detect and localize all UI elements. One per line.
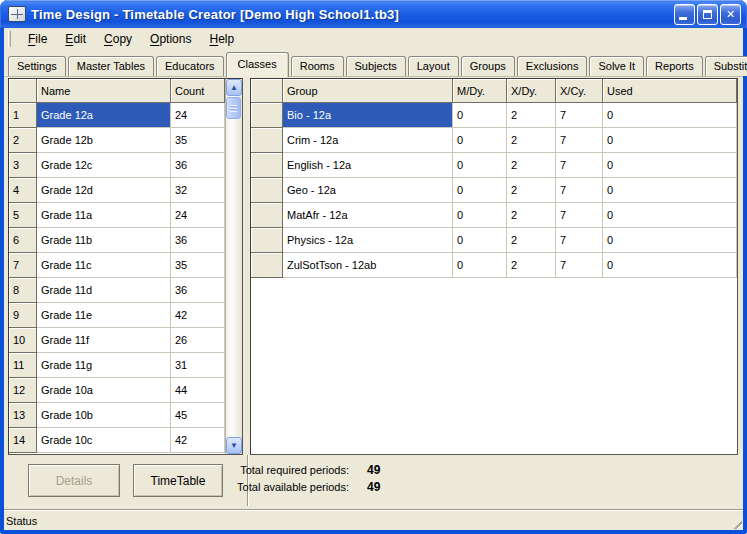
group-xcy-cell[interactable]: 7 [556, 178, 603, 203]
class-count-cell[interactable]: 36 [171, 278, 225, 303]
group-xcy-cell[interactable]: 7 [556, 253, 603, 278]
group-xdy-cell[interactable]: 2 [507, 103, 556, 128]
group-name-cell[interactable]: ZulSotTson - 12ab [283, 253, 453, 278]
class-count-cell[interactable]: 24 [171, 103, 225, 128]
group-xcy-cell[interactable]: 7 [556, 153, 603, 178]
group-used-cell[interactable]: 0 [603, 203, 737, 228]
tab-substitutions[interactable]: Substitutions [705, 56, 747, 76]
row-number-cell[interactable]: 8 [9, 278, 37, 303]
group-xdy-cell[interactable]: 2 [507, 128, 556, 153]
class-count-cell[interactable]: 24 [171, 203, 225, 228]
row-header-cell[interactable] [251, 203, 283, 228]
menu-item-help[interactable]: Help [200, 29, 243, 49]
class-name-cell[interactable]: Grade 12d [37, 178, 171, 203]
group-mdy-cell[interactable]: 0 [453, 203, 507, 228]
menu-item-copy[interactable]: Copy [95, 29, 141, 49]
row-header-cell[interactable] [251, 178, 283, 203]
timetable-button[interactable]: TimeTable [133, 464, 223, 497]
row-number-cell[interactable]: 14 [9, 428, 37, 453]
scrollbar-track[interactable] [226, 96, 242, 437]
menu-item-options[interactable]: Options [141, 29, 200, 49]
group-mdy-cell[interactable]: 0 [453, 128, 507, 153]
class-name-cell[interactable]: Grade 12a [37, 103, 171, 128]
group-xdy-cell[interactable]: 2 [507, 153, 556, 178]
tab-groups[interactable]: Groups [461, 56, 515, 76]
class-name-cell[interactable]: Grade 11f [37, 328, 171, 353]
row-header-cell[interactable] [251, 253, 283, 278]
group-mdy-cell[interactable]: 0 [453, 153, 507, 178]
group-xdy-cell[interactable]: 2 [507, 228, 556, 253]
class-name-cell[interactable]: Grade 11e [37, 303, 171, 328]
row-number-cell[interactable]: 1 [9, 103, 37, 128]
group-name-cell[interactable]: Crim - 12a [283, 128, 453, 153]
group-name-cell[interactable]: Geo - 12a [283, 178, 453, 203]
class-name-cell[interactable]: Grade 12c [37, 153, 171, 178]
group-name-cell[interactable]: Bio - 12a [283, 103, 453, 128]
row-number-cell[interactable]: 5 [9, 203, 37, 228]
class-count-cell[interactable]: 35 [171, 128, 225, 153]
group-xdy-cell[interactable]: 2 [507, 178, 556, 203]
tab-exclusions[interactable]: Exclusions [517, 56, 588, 76]
row-header-cell[interactable] [251, 103, 283, 128]
group-xdy-cell[interactable]: 2 [507, 203, 556, 228]
class-count-cell[interactable]: 31 [171, 353, 225, 378]
scrollbar-thumb[interactable] [226, 97, 241, 119]
class-name-cell[interactable]: Grade 11c [37, 253, 171, 278]
row-number-cell[interactable]: 2 [9, 128, 37, 153]
class-count-cell[interactable]: 32 [171, 178, 225, 203]
group-used-cell[interactable]: 0 [603, 103, 737, 128]
group-used-cell[interactable]: 0 [603, 128, 737, 153]
group-xcy-cell[interactable]: 7 [556, 103, 603, 128]
class-count-cell[interactable]: 35 [171, 253, 225, 278]
group-mdy-cell[interactable]: 0 [453, 178, 507, 203]
menu-item-edit[interactable]: Edit [56, 29, 95, 49]
row-header-cell[interactable] [251, 153, 283, 178]
scroll-up-icon[interactable]: ▲ [226, 79, 242, 96]
class-name-cell[interactable]: Grade 10b [37, 403, 171, 428]
tab-reports[interactable]: Reports [646, 56, 703, 76]
class-count-cell[interactable]: 44 [171, 378, 225, 403]
class-name-cell[interactable]: Grade 11b [37, 228, 171, 253]
class-name-cell[interactable]: Grade 12b [37, 128, 171, 153]
row-number-cell[interactable]: 6 [9, 228, 37, 253]
app-icon[interactable] [8, 6, 26, 22]
tab-settings[interactable]: Settings [8, 56, 66, 76]
tab-layout[interactable]: Layout [408, 56, 459, 76]
group-mdy-cell[interactable]: 0 [453, 253, 507, 278]
row-number-cell[interactable]: 10 [9, 328, 37, 353]
tab-rooms[interactable]: Rooms [291, 56, 344, 76]
details-button[interactable]: Details [28, 464, 120, 497]
group-used-cell[interactable]: 0 [603, 178, 737, 203]
row-number-cell[interactable]: 3 [9, 153, 37, 178]
group-mdy-cell[interactable]: 0 [453, 228, 507, 253]
row-number-cell[interactable]: 12 [9, 378, 37, 403]
group-xdy-cell[interactable]: 2 [507, 253, 556, 278]
classes-scrollbar[interactable]: ▲ ▼ [225, 79, 242, 454]
class-count-cell[interactable]: 36 [171, 153, 225, 178]
row-number-cell[interactable]: 7 [9, 253, 37, 278]
group-used-cell[interactable]: 0 [603, 253, 737, 278]
menu-item-file[interactable]: File [19, 29, 56, 49]
tab-educators[interactable]: Educators [156, 56, 224, 76]
maximize-button[interactable] [697, 4, 718, 25]
class-count-cell[interactable]: 42 [171, 303, 225, 328]
tab-subjects[interactable]: Subjects [346, 56, 406, 76]
group-xcy-cell[interactable]: 7 [556, 203, 603, 228]
tab-solve-it[interactable]: Solve It [589, 56, 644, 76]
class-count-cell[interactable]: 36 [171, 228, 225, 253]
class-name-cell[interactable]: Grade 11g [37, 353, 171, 378]
scroll-down-icon[interactable]: ▼ [226, 437, 242, 454]
tab-master-tables[interactable]: Master Tables [68, 56, 154, 76]
row-number-cell[interactable]: 9 [9, 303, 37, 328]
close-button[interactable]: ✕ [720, 4, 741, 25]
group-used-cell[interactable]: 0 [603, 153, 737, 178]
class-name-cell[interactable]: Grade 10c [37, 428, 171, 453]
group-name-cell[interactable]: Physics - 12a [283, 228, 453, 253]
row-number-cell[interactable]: 11 [9, 353, 37, 378]
row-header-cell[interactable] [251, 228, 283, 253]
group-name-cell[interactable]: English - 12a [283, 153, 453, 178]
group-xcy-cell[interactable]: 7 [556, 228, 603, 253]
group-used-cell[interactable]: 0 [603, 228, 737, 253]
class-name-cell[interactable]: Grade 11d [37, 278, 171, 303]
minimize-button[interactable] [674, 4, 695, 25]
